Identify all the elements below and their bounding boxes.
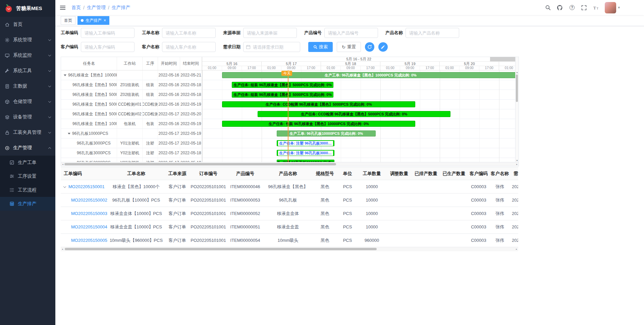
order-row[interactable]: MO202205150005 10mm吸头【960000】PCS客户订单 PO2… — [61, 234, 518, 247]
scroll-left-icon[interactable]: ◂ — [61, 162, 64, 166]
order-name-input[interactable] — [162, 28, 216, 38]
gantt-row[interactable]: 96孔移液盒【黑色】5000PCS CCD检测#01CCD检测 2022-05-… — [61, 100, 202, 109]
order-code-link[interactable]: MO202205150003 — [71, 211, 107, 216]
gantt-grid-header: 任务名 工作站 工序 开始时间 结束时间 — [61, 57, 202, 70]
sidebar-item-scheduling[interactable]: 生产排产 — [0, 197, 55, 211]
sidebar-item-process-flow[interactable]: 工艺流程 — [0, 183, 55, 197]
order-code-input[interactable] — [81, 28, 135, 38]
help-icon[interactable]: ? — [569, 4, 575, 11]
gantt-task-grid: 任务名 工作站 工序 开始时间 结束时间 96孔移液盒【黑色】10000PCS … — [61, 57, 202, 162]
sidebar-item-process-settings[interactable]: 工序设置 — [0, 169, 55, 183]
scroll-right-icon[interactable]: ▸ — [515, 247, 518, 251]
scroll-left-icon[interactable]: ◂ — [61, 247, 64, 251]
sidebar-item-production[interactable]: 生产管理 — [0, 140, 55, 156]
order-row[interactable]: MO202205150001 移液盒【黑色】10000个客户订单 PO20220… — [61, 180, 518, 194]
github-icon[interactable] — [556, 4, 563, 11]
order-code-link[interactable]: MO202205150002 — [71, 198, 107, 203]
gantt-row[interactable]: 96孔孔板10000PCS 2022-05-172022-05-19 — [61, 129, 202, 139]
breadcrumb-current: 生产排产 — [112, 5, 130, 11]
horizontal-scroll-thumb[interactable] — [64, 163, 336, 165]
collapse-caret-icon[interactable] — [64, 74, 66, 76]
gantt-row[interactable]: 96孔孔板3000PCS Y01注塑机注塑 2022-05-172022-05-… — [61, 139, 202, 148]
gantt-bar-task[interactable]: 生产任务: 组装 96孔移液盒【黑色】5000PCS 完成比例: 0% — [232, 92, 333, 98]
gantt-row[interactable]: 96孔移液盒【黑色】5000PCS CCD检测#02CCD检测 2022-05-… — [61, 109, 202, 119]
gantt-row[interactable]: 96孔移液盒【黑色】10000PCS 包装机包装 2022-05-162022-… — [61, 119, 202, 129]
gantt-grid-rows: 96孔移液盒【黑色】10000PCS 2022-05-162022-05-21 … — [61, 70, 202, 162]
scroll-down-icon[interactable]: ▼ — [516, 159, 519, 162]
tab-scheduling[interactable]: 生产排产 × — [77, 16, 109, 25]
gantt-horizontal-scrollbar[interactable]: ◂ ▸ — [61, 162, 519, 166]
order-code-link[interactable]: MO202205150001 — [68, 184, 105, 189]
gantt-bar-task[interactable]: 生产任务: CCD检测 96孔移液盒【黑色】5000PCS 完成比例: 0% — [222, 101, 415, 107]
avatar[interactable] — [605, 2, 616, 13]
field-label: 需求日期 — [223, 44, 240, 50]
source-doc-input[interactable] — [243, 28, 297, 38]
col-process: 工序 — [143, 57, 158, 70]
user-menu[interactable]: ▾ — [605, 2, 620, 13]
gantt-bar-task[interactable]: 生产任务: 注塑 96孔孔板3000PCS 完成比例: 0% — [277, 160, 334, 162]
order-row[interactable]: MO202205150002 96孔孔板【10000】PCS客户订单 PO202… — [61, 194, 518, 207]
order-row[interactable]: MO202205150003 移液盒盒体【10000】PCS客户订单 PO202… — [61, 207, 518, 220]
customer-code-input[interactable] — [81, 42, 135, 52]
order-code-link[interactable]: MO202205150004 — [71, 224, 107, 229]
sidebar-item-fixtures[interactable]: 工装夹具管理 — [0, 125, 55, 140]
customer-name-input[interactable] — [162, 42, 216, 52]
vertical-scroll-thumb[interactable] — [516, 74, 518, 102]
font-size-icon[interactable]: TT — [593, 4, 599, 11]
horizontal-scroll-thumb[interactable] — [65, 248, 377, 250]
sidebar-item-work-order[interactable]: 生产工单 — [0, 156, 55, 169]
scroll-up-icon[interactable]: ▲ — [516, 70, 519, 74]
expand-caret-icon[interactable] — [63, 185, 66, 188]
gantt-row[interactable]: 96孔移液盒【黑色】10000PCS 2022-05-162022-05-21 — [61, 70, 202, 80]
hamburger-menu-icon[interactable] — [55, 0, 70, 15]
edit-circle-button[interactable] — [378, 42, 388, 52]
gantt-vertical-scrollbar[interactable]: ▲ ▼ — [515, 57, 519, 162]
gantt-bar-task[interactable]: 生产任务: 包装 96孔移液盒【黑色】10000PCS 完成比例: 0% — [222, 121, 415, 127]
gantt-row[interactable]: 96孔移液盒【黑色】5000PCS Z01组装机组装 2022-05-16202… — [61, 80, 202, 90]
gantt-bar-order[interactable]: 生产工单: 96孔移液盒【黑色】10000PCS 完成比例: 0% — [222, 72, 515, 78]
sidebar-item-label: 主数据 — [13, 83, 27, 89]
tab-home[interactable]: 首页 — [61, 16, 75, 25]
search-icon[interactable] — [544, 4, 551, 11]
sidebar-item-system-tools[interactable]: 系统工具 — [0, 63, 55, 78]
collapse-caret-icon[interactable] — [68, 133, 70, 134]
breadcrumb-production[interactable]: 生产管理 — [87, 5, 106, 11]
gantt-row[interactable]: 96孔孔板3000PCS Y02注塑机注塑 2022-05-172022-05-… — [61, 148, 202, 158]
reset-button[interactable]: ↻ 重置 — [337, 42, 361, 52]
gantt-row[interactable]: 96孔孔板3000PCS Y03注塑机注塑 2022-05-172022-05-… — [61, 158, 202, 162]
sidebar-item-equipment[interactable]: 设备管理 — [0, 109, 55, 125]
breadcrumb: 首页 / 生产管理 / 生产排产 — [71, 5, 130, 11]
sidebar-item-system-monitor[interactable]: 系统监控 — [0, 48, 55, 63]
sidebar-item-home[interactable]: 首页 — [0, 17, 55, 32]
close-icon[interactable]: × — [104, 18, 106, 22]
gantt-timeline: 5月 16 - 5月 22 5月 165月 17 5月 185月 19 5月 2… — [202, 57, 515, 162]
chevron-up-icon — [48, 147, 51, 150]
search-button[interactable]: 搜索 — [308, 42, 333, 52]
gantt-bar-task-selected[interactable]: 生产任务: 注塑 96孔孔板3000PCS 完成比例: 0% — [277, 140, 334, 146]
gantt-bar-task[interactable]: 生产任务: 组装 96孔移液盒【黑色】5000PCS 完成比例: 0% — [232, 82, 333, 88]
order-row[interactable]: MO202205150004 移液盒盒盖【10000】PCS客户订单 PO202… — [61, 220, 518, 234]
demand-date-input[interactable] — [243, 42, 300, 52]
product-name-input[interactable] — [406, 28, 459, 38]
order-code-link[interactable]: MO202205150005 — [71, 238, 107, 243]
field-label: 产品名称 — [385, 30, 403, 36]
sidebar-item-label: 生产工单 — [18, 160, 37, 166]
gantt-bar-task-selected[interactable]: 生产任务: 注塑 96孔孔板3000PCS 完成比例: 0% — [277, 150, 334, 156]
scroll-right-icon[interactable]: ▸ — [515, 162, 519, 166]
gantt-bar-order[interactable]: 生产工单: 96孔孔板10000PCS 完成比例: 0% — [277, 130, 376, 137]
sidebar-item-label: 仓储管理 — [13, 99, 32, 105]
sidebar-item-system-mgmt[interactable]: 系统管理 — [0, 32, 55, 48]
gantt-row[interactable]: 96孔移液盒【黑色】5000PCS Z02组装机组装 2022-05-16202… — [61, 90, 202, 100]
orders-horizontal-scrollbar[interactable]: ◂ ▸ — [61, 247, 518, 251]
refresh-circle-button[interactable] — [365, 42, 374, 52]
sidebar-item-warehouse[interactable]: 仓储管理 — [0, 94, 55, 109]
breadcrumb-home[interactable]: 首页 — [71, 5, 81, 11]
product-no-input[interactable] — [324, 28, 378, 38]
app-logo[interactable]: 苦糖果MES — [0, 0, 55, 17]
orders-header-row: 工单编码工单名称 工单来源订单编号 产品编号产品名称 规格型号单位 工单数量调整… — [61, 167, 518, 180]
sidebar: 苦糖果MES 首页 系统管理 系统监控 系统工具 主数据 仓储管理 设备管理 工… — [0, 0, 55, 325]
fullscreen-icon[interactable] — [581, 4, 587, 11]
sidebar-item-master-data[interactable]: 主数据 — [0, 78, 55, 94]
gantt-bar-task[interactable]: 生产任务: CCD检测 96孔移液盒【黑色】5000PCS 完成比例: 0% — [258, 111, 450, 117]
main-content: 工单编码 工单名称 来源单据 产品编号 产品名称 客户编码 客户名称 需求日期 … — [55, 26, 644, 325]
